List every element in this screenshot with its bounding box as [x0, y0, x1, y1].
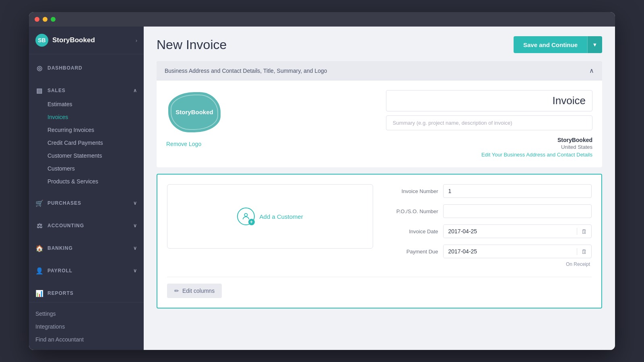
minimize-dot[interactable]: [43, 17, 47, 22]
sidebar-item-dashboard[interactable]: ◎ DASHBOARD: [29, 61, 144, 75]
dropdown-arrow-icon: ▾: [593, 41, 597, 48]
sidebar-section-dashboard: ◎ DASHBOARD: [29, 54, 144, 77]
reports-icon: 📊: [35, 289, 43, 297]
maximize-dot[interactable]: [51, 17, 56, 22]
invoice-date-field: 🗓: [443, 224, 592, 238]
sidebar-section-purchases: 🛒 PURCHASES ∨: [29, 189, 144, 212]
payroll-label: PAYROLL: [47, 268, 72, 274]
dashboard-label: DASHBOARD: [47, 65, 83, 71]
banking-icon: 🏠: [35, 244, 43, 252]
invoice-fields: Invoice Number P.O./S.O. Number Invoice …: [386, 184, 592, 267]
business-name: StoryBooked: [386, 137, 593, 143]
business-info: StoryBooked United States Edit Your Busi…: [386, 137, 593, 158]
sidebar-item-products-services[interactable]: Products & Services: [29, 175, 144, 188]
invoice-date-row: Invoice Date 🗓: [386, 224, 592, 238]
sidebar-item-payroll[interactable]: 👤 PAYROLL ∨: [29, 263, 144, 278]
sidebar-section-sales: ▤ SALES ∧ Estimates Invoices Recurring I…: [29, 77, 144, 189]
sales-chevron-icon: ∧: [133, 88, 137, 93]
payment-due-field: 🗓: [443, 245, 592, 258]
save-dropdown-button[interactable]: ▾: [587, 36, 602, 53]
invoice-date-calendar-icon[interactable]: 🗓: [577, 228, 591, 235]
sidebar-item-invoices[interactable]: Invoices: [29, 111, 144, 123]
sidebar-item-customer-statements[interactable]: Customer Statements: [29, 149, 144, 162]
sidebar-item-banking[interactable]: 🏠 BANKING ∨: [29, 241, 144, 255]
dashboard-icon: ◎: [35, 64, 43, 72]
sidebar-section-banking: 🏠 BANKING ∨: [29, 234, 144, 257]
payment-due-input[interactable]: [444, 245, 577, 258]
brand-name: StoryBooked: [52, 36, 95, 44]
business-country: United States: [386, 144, 593, 150]
brand-icon: SB: [35, 34, 48, 47]
invoice-header-grid: StoryBooked Remove Logo StoryBooke: [166, 90, 592, 158]
invoice-number-label: Invoice Number: [386, 188, 438, 194]
invoice-date-input[interactable]: [444, 225, 577, 238]
invoice-summary-input[interactable]: [386, 115, 593, 130]
edit-columns-button[interactable]: ✏ Edit columns: [167, 284, 222, 298]
sidebar-section-reports: 📊 REPORTS: [29, 280, 144, 302]
add-icon: +: [248, 219, 255, 225]
sidebar-item-sales[interactable]: ▤ SALES ∧: [29, 83, 144, 98]
sidebar-bottom: Settings Integrations Find an Accountant: [29, 302, 144, 350]
add-customer-area[interactable]: + Add a Customer: [167, 184, 373, 249]
logo-blob: StoryBooked: [168, 92, 221, 132]
banking-chevron-icon: ∨: [133, 245, 137, 251]
business-section-header[interactable]: Business Address and Contact Details, Ti…: [157, 61, 602, 80]
sidebar-section-accounting: ⚖ ACCOUNTING ∨: [29, 212, 144, 234]
purchases-icon: 🛒: [35, 199, 43, 207]
accounting-chevron-icon: ∨: [133, 223, 137, 228]
brand[interactable]: SB StoryBooked ›: [29, 27, 144, 54]
app-window: SB StoryBooked › ◎ DASHBOARD ▤ SALES ∧: [29, 12, 615, 350]
sidebar-item-estimates[interactable]: Estimates: [29, 98, 144, 111]
main-content: New Invoice Save and Continue ▾ Business…: [144, 27, 615, 350]
customer-icon: +: [237, 208, 255, 225]
logo-shape: StoryBooked: [166, 90, 223, 134]
edit-columns-label: Edit columns: [182, 288, 215, 294]
payment-due-calendar-icon[interactable]: 🗓: [577, 248, 591, 255]
sidebar-item-purchases[interactable]: 🛒 PURCHASES ∨: [29, 196, 144, 210]
brand-chevron-icon: ›: [136, 37, 137, 43]
sidebar-item-reports[interactable]: 📊 REPORTS: [29, 286, 144, 300]
po-so-input[interactable]: [443, 204, 592, 218]
payment-due-label: Payment Due: [386, 249, 438, 255]
reports-label: REPORTS: [47, 290, 74, 296]
titlebar: [29, 12, 615, 27]
payment-due-row: Payment Due 🗓: [386, 245, 592, 258]
sidebar-section-payroll: 👤 PAYROLL ∨: [29, 257, 144, 280]
business-section-panel: Business Address and Contact Details, Ti…: [157, 61, 602, 167]
invoice-date-label: Invoice Date: [386, 228, 438, 234]
sales-icon: ▤: [35, 86, 43, 95]
invoice-title-input[interactable]: [386, 90, 593, 111]
on-receipt-text: On Receipt: [386, 261, 592, 267]
invoice-number-input[interactable]: [443, 184, 592, 198]
business-section-body: StoryBooked Remove Logo StoryBooke: [157, 80, 602, 167]
accounting-icon: ⚖: [35, 222, 43, 230]
banking-label: BANKING: [47, 245, 73, 251]
remove-logo-link[interactable]: Remove Logo: [166, 141, 201, 147]
invoice-right: StoryBooked United States Edit Your Busi…: [386, 90, 593, 158]
edit-columns-icon: ✏: [174, 288, 179, 294]
accounting-label: ACCOUNTING: [47, 223, 84, 228]
sidebar-item-recurring-invoices[interactable]: Recurring Invoices: [29, 123, 144, 136]
sales-label: SALES: [47, 88, 66, 93]
logo-area: StoryBooked Remove Logo: [166, 90, 373, 147]
header-actions: Save and Continue ▾: [514, 36, 602, 53]
sidebar-item-settings[interactable]: Settings: [29, 307, 144, 320]
payroll-chevron-icon: ∨: [133, 268, 137, 274]
sidebar-item-credit-card-payments[interactable]: Credit Card Payments: [29, 136, 144, 149]
payroll-icon: 👤: [35, 267, 43, 275]
business-section-chevron-icon: ∧: [589, 67, 594, 74]
close-dot[interactable]: [35, 17, 39, 22]
purchases-chevron-icon: ∨: [133, 200, 137, 206]
invoice-detail-panel: + Add a Customer Invoice Number: [157, 174, 602, 309]
edit-address-link[interactable]: Edit Your Business Address and Contact D…: [386, 152, 593, 158]
sidebar-item-find-accountant[interactable]: Find an Accountant: [29, 333, 144, 346]
save-continue-button[interactable]: Save and Continue: [514, 36, 587, 53]
purchases-label: PURCHASES: [47, 200, 81, 206]
main-body: Business Address and Contact Details, Ti…: [144, 61, 615, 328]
sidebar: SB StoryBooked › ◎ DASHBOARD ▤ SALES ∧: [29, 27, 144, 350]
sidebar-item-customers[interactable]: Customers: [29, 162, 144, 175]
add-customer-label: Add a Customer: [260, 213, 303, 220]
sidebar-item-accounting[interactable]: ⚖ ACCOUNTING ∨: [29, 218, 144, 233]
sidebar-item-integrations[interactable]: Integrations: [29, 320, 144, 333]
main-header: New Invoice Save and Continue ▾: [144, 27, 615, 61]
